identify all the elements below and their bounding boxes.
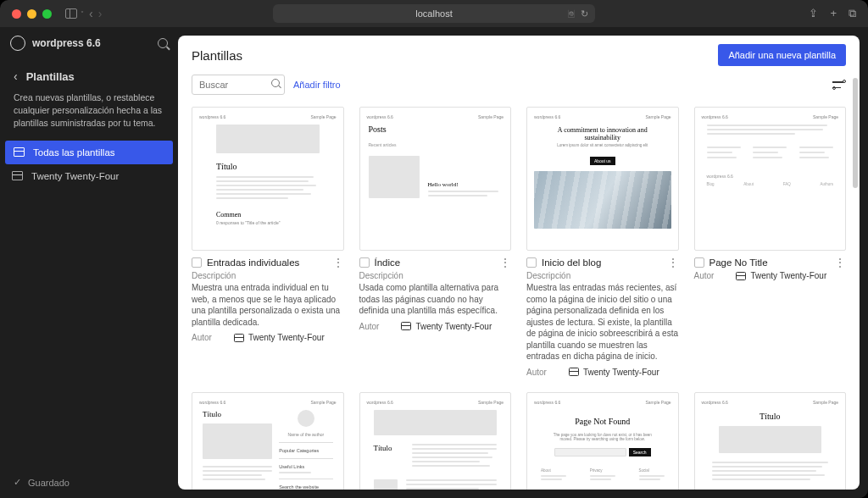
preview-post-title: Hello world!: [428, 181, 503, 188]
dashboard-icon: [401, 322, 411, 330]
maximize-window-icon[interactable]: [42, 9, 52, 19]
template-title[interactable]: Entradas individuales: [207, 257, 327, 268]
nav-forward-icon[interactable]: ›: [98, 7, 103, 20]
section-description: Crea nuevas plantillas, o restablece cua…: [0, 86, 178, 141]
template-card: wordpress 6.6Sample Page Posts Recent ar…: [359, 107, 512, 377]
wordpress-logo-icon[interactable]: [10, 36, 25, 51]
tabs-icon[interactable]: ⧉: [849, 7, 856, 20]
sidebar-item-label: Todas las plantillas: [33, 147, 115, 158]
template-preview[interactable]: wordpress 6.6Sample Page wordpress 6.6: [694, 107, 847, 251]
minimize-window-icon[interactable]: [27, 9, 36, 19]
chevron-down-icon[interactable]: ˅: [81, 10, 84, 18]
add-filter-link[interactable]: Añadir filtro: [293, 80, 341, 90]
add-template-button[interactable]: Añadir una nueva plantilla: [718, 44, 846, 66]
sidebar-item-theme[interactable]: Twenty Twenty-Four: [0, 164, 178, 188]
sidebar-footer: ✓ Guardado: [0, 467, 178, 498]
app-frame: wordpress 6.6 ‹ Plantillas Crea nuevas p…: [0, 27, 868, 498]
main-toolbar: Añadir filtro: [178, 75, 860, 102]
template-preview[interactable]: wordpress 6.6Sample Page Título Commen: [192, 107, 344, 251]
nav-back-icon[interactable]: ‹: [89, 7, 93, 20]
template-card: wordpress 6.6Sample Page Título: [192, 392, 344, 490]
select-checkbox[interactable]: [694, 257, 704, 268]
template-grid-scroll[interactable]: wordpress 6.6Sample Page Título Commen: [178, 102, 860, 490]
template-description: Muestra una entrada individual en tu web…: [192, 282, 344, 328]
author-chip[interactable]: Twenty Twenty-Four: [401, 322, 492, 331]
more-actions-icon[interactable]: ⋮: [834, 258, 846, 267]
reader-icon[interactable]: 🀙: [568, 8, 575, 19]
meta-desc-label: Descripción: [359, 271, 512, 280]
template-title[interactable]: Índice: [375, 257, 495, 268]
template-title[interactable]: Page No Title: [709, 257, 830, 268]
template-preview[interactable]: wordpress 6.6Sample Page Posts Recent ar…: [359, 107, 512, 251]
main-header: Plantillas Añadir una nueva plantilla: [178, 36, 860, 75]
template-card: wordpress 6.6Sample Page Título: [359, 392, 512, 490]
layout-icon: [12, 171, 23, 180]
preview-heading: Posts: [369, 125, 504, 134]
template-card: wordpress 6.6Sample Page wordpress 6.6: [694, 107, 847, 377]
sidebar-header: wordpress 6.6: [0, 27, 178, 59]
url-bar[interactable]: localhost 🀙 ↻: [273, 4, 595, 23]
select-checkbox[interactable]: [192, 257, 202, 268]
template-preview[interactable]: wordpress 6.6Sample Page Título: [359, 392, 512, 490]
more-actions-icon[interactable]: ⋮: [667, 258, 679, 267]
view-options-icon[interactable]: [832, 80, 846, 90]
template-card: wordpress 6.6Sample Page Título: [694, 392, 847, 490]
template-preview[interactable]: wordpress 6.6Sample Page A commitment to…: [526, 107, 679, 251]
sidebar-item-label: Twenty Twenty-Four: [31, 171, 119, 181]
meta-author-label: Autor: [694, 271, 715, 280]
template-description: Usada como plantilla alternativa para to…: [359, 282, 512, 317]
search-icon[interactable]: [271, 79, 280, 87]
more-actions-icon[interactable]: ⋮: [332, 258, 344, 267]
select-checkbox[interactable]: [359, 257, 370, 268]
template-preview[interactable]: wordpress 6.6Sample Page Título: [192, 392, 344, 490]
meta-desc-label: Descripción: [192, 271, 344, 280]
author-chip[interactable]: Twenty Twenty-Four: [736, 271, 826, 280]
template-title[interactable]: Inicio del blog: [542, 257, 662, 268]
window-controls[interactable]: [12, 9, 52, 19]
save-status: Guardado: [28, 478, 70, 488]
author-chip[interactable]: Twenty Twenty-Four: [234, 333, 325, 342]
browser-chrome: ˅ ‹ › localhost 🀙 ↻ ⇪ + ⧉: [0, 0, 868, 27]
check-icon: ✓: [14, 477, 21, 488]
meta-author-label: Autor: [359, 322, 380, 331]
template-card: wordpress 6.6Sample Page Título Commen: [192, 107, 344, 377]
close-window-icon[interactable]: [12, 9, 21, 19]
template-description: Muestra las entradas más recientes, así …: [526, 282, 679, 362]
template-card: wordpress 6.6Sample Page A commitment to…: [526, 107, 679, 377]
meta-desc-label: Descripción: [526, 271, 679, 280]
search-icon[interactable]: [158, 38, 168, 48]
dashboard-icon: [234, 334, 244, 342]
section-label: Plantillas: [26, 70, 75, 83]
search-input-wrap: [192, 75, 285, 95]
new-tab-icon[interactable]: +: [830, 7, 837, 20]
editor-sidebar: wordpress 6.6 ‹ Plantillas Crea nuevas p…: [0, 27, 178, 498]
page-title: Plantillas: [192, 48, 718, 63]
sidebar-breadcrumb[interactable]: ‹ Plantillas: [0, 59, 178, 86]
template-grid: wordpress 6.6Sample Page Título Commen: [192, 107, 846, 490]
site-title[interactable]: wordpress 6.6: [32, 37, 151, 49]
dashboard-icon: [736, 272, 746, 280]
template-preview[interactable]: wordpress 6.6Sample Page Título: [694, 392, 847, 490]
template-preview[interactable]: wordpress 6.6Sample Page Page Not Found …: [526, 392, 679, 490]
meta-author-label: Autor: [192, 333, 212, 342]
preview-hero-image: [534, 171, 671, 229]
sidebar-item-all-templates[interactable]: Todas las plantillas: [5, 141, 173, 164]
main-panel: Plantillas Añadir una nueva plantilla Añ…: [178, 36, 860, 490]
sidebar-toggle-icon[interactable]: [65, 8, 77, 19]
refresh-icon[interactable]: ↻: [581, 8, 588, 19]
share-icon[interactable]: ⇪: [809, 7, 818, 20]
scrollbar[interactable]: [853, 78, 858, 188]
url-text: localhost: [415, 8, 452, 19]
more-actions-icon[interactable]: ⋮: [499, 258, 511, 267]
select-checkbox[interactable]: [526, 257, 537, 268]
author-chip[interactable]: Twenty Twenty-Four: [569, 368, 659, 377]
preview-heading: A commitment to innovation and sustainab…: [551, 126, 654, 141]
layout-icon: [14, 147, 25, 157]
meta-author-label: Autor: [526, 368, 547, 377]
template-card: wordpress 6.6Sample Page Page Not Found …: [526, 392, 679, 490]
dashboard-icon: [569, 368, 579, 376]
back-icon[interactable]: ‹: [14, 69, 18, 83]
